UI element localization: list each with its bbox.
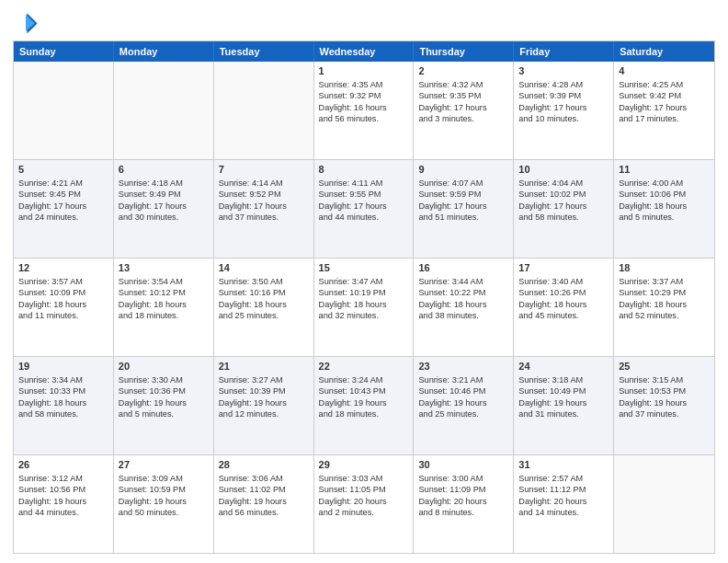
- day-number: 4: [619, 64, 710, 78]
- day-info: Sunrise: 3:15 AM Sunset: 10:53 PM Daylig…: [619, 375, 687, 419]
- table-row: 21Sunrise: 3:27 AM Sunset: 10:39 PM Dayl…: [214, 357, 314, 454]
- day-number: 1: [319, 64, 409, 78]
- table-row: 9Sunrise: 4:07 AM Sunset: 9:59 PM Daylig…: [414, 160, 514, 258]
- day-info: Sunrise: 3:06 AM Sunset: 11:02 PM Daylig…: [219, 474, 287, 517]
- day-number: 23: [418, 360, 508, 373]
- day-info: Sunrise: 3:03 AM Sunset: 11:05 PM Daylig…: [319, 474, 387, 517]
- day-number: 22: [319, 360, 409, 373]
- table-row: 15Sunrise: 3:47 AM Sunset: 10:19 PM Dayl…: [314, 259, 415, 356]
- day-number: 28: [219, 458, 309, 472]
- day-info: Sunrise: 3:12 AM Sunset: 10:56 PM Daylig…: [18, 474, 86, 517]
- table-row: 3Sunrise: 4:28 AM Sunset: 9:39 PM Daylig…: [514, 62, 614, 159]
- header-day-monday: Monday: [114, 41, 214, 62]
- calendar-week-5: 26Sunrise: 3:12 AM Sunset: 10:56 PM Dayl…: [14, 454, 714, 553]
- day-info: Sunrise: 4:32 AM Sunset: 9:35 PM Dayligh…: [418, 80, 486, 123]
- calendar-week-1: 1Sunrise: 4:35 AM Sunset: 9:32 PM Daylig…: [14, 62, 714, 159]
- table-row: 1Sunrise: 4:35 AM Sunset: 9:32 PM Daylig…: [314, 62, 415, 159]
- day-number: 16: [418, 261, 508, 275]
- day-info: Sunrise: 3:00 AM Sunset: 11:09 PM Daylig…: [418, 474, 486, 517]
- table-row: [614, 455, 714, 553]
- day-number: 6: [119, 163, 209, 177]
- day-number: 27: [119, 458, 209, 472]
- day-number: 31: [518, 458, 609, 472]
- day-number: 20: [119, 360, 209, 373]
- calendar: SundayMondayTuesdayWednesdayThursdayFrid…: [13, 40, 715, 554]
- day-info: Sunrise: 3:37 AM Sunset: 10:29 PM Daylig…: [619, 277, 687, 320]
- generalblue-logo-icon: [13, 9, 39, 35]
- day-info: Sunrise: 4:28 AM Sunset: 9:39 PM Dayligh…: [518, 80, 586, 123]
- day-info: Sunrise: 3:57 AM Sunset: 10:09 PM Daylig…: [18, 277, 86, 320]
- day-info: Sunrise: 3:27 AM Sunset: 10:39 PM Daylig…: [219, 375, 287, 419]
- day-info: Sunrise: 3:47 AM Sunset: 10:19 PM Daylig…: [319, 277, 387, 320]
- day-number: 24: [518, 360, 609, 373]
- table-row: [214, 62, 314, 159]
- table-row: 22Sunrise: 3:24 AM Sunset: 10:43 PM Dayl…: [314, 357, 415, 454]
- day-number: 26: [18, 458, 108, 472]
- table-row: 19Sunrise: 3:34 AM Sunset: 10:33 PM Dayl…: [14, 357, 114, 454]
- day-number: 11: [619, 163, 710, 177]
- day-number: 25: [619, 360, 710, 373]
- day-info: Sunrise: 4:25 AM Sunset: 9:42 PM Dayligh…: [619, 80, 687, 123]
- day-number: 19: [18, 360, 108, 373]
- table-row: 7Sunrise: 4:14 AM Sunset: 9:52 PM Daylig…: [214, 160, 314, 258]
- table-row: 26Sunrise: 3:12 AM Sunset: 10:56 PM Dayl…: [14, 455, 114, 553]
- day-info: Sunrise: 3:50 AM Sunset: 10:16 PM Daylig…: [219, 277, 287, 320]
- day-info: Sunrise: 4:14 AM Sunset: 9:52 PM Dayligh…: [219, 178, 287, 222]
- table-row: 27Sunrise: 3:09 AM Sunset: 10:59 PM Dayl…: [114, 455, 214, 553]
- logo: [13, 9, 42, 35]
- header-day-wednesday: Wednesday: [314, 41, 415, 62]
- table-row: 17Sunrise: 3:40 AM Sunset: 10:26 PM Dayl…: [514, 259, 614, 356]
- calendar-week-2: 5Sunrise: 4:21 AM Sunset: 9:45 PM Daylig…: [14, 159, 714, 258]
- day-info: Sunrise: 3:09 AM Sunset: 10:59 PM Daylig…: [119, 474, 187, 517]
- day-info: Sunrise: 2:57 AM Sunset: 11:12 PM Daylig…: [518, 474, 586, 517]
- day-info: Sunrise: 3:30 AM Sunset: 10:36 PM Daylig…: [119, 375, 187, 419]
- day-info: Sunrise: 4:11 AM Sunset: 9:55 PM Dayligh…: [319, 178, 387, 222]
- page: SundayMondayTuesdayWednesdayThursdayFrid…: [0, 0, 728, 563]
- day-number: 7: [219, 163, 309, 177]
- calendar-week-3: 12Sunrise: 3:57 AM Sunset: 10:09 PM Dayl…: [14, 258, 714, 356]
- day-number: 21: [219, 360, 309, 373]
- table-row: 10Sunrise: 4:04 AM Sunset: 10:02 PM Dayl…: [514, 160, 614, 258]
- calendar-week-4: 19Sunrise: 3:34 AM Sunset: 10:33 PM Dayl…: [14, 356, 714, 454]
- table-row: [114, 62, 214, 159]
- day-number: 30: [418, 458, 508, 472]
- day-info: Sunrise: 4:07 AM Sunset: 9:59 PM Dayligh…: [418, 178, 486, 222]
- day-number: 2: [418, 64, 508, 78]
- day-number: 12: [18, 261, 108, 275]
- table-row: 20Sunrise: 3:30 AM Sunset: 10:36 PM Dayl…: [114, 357, 214, 454]
- day-number: 18: [619, 261, 710, 275]
- day-number: 15: [319, 261, 409, 275]
- table-row: 14Sunrise: 3:50 AM Sunset: 10:16 PM Dayl…: [214, 259, 314, 356]
- table-row: 5Sunrise: 4:21 AM Sunset: 9:45 PM Daylig…: [14, 160, 114, 258]
- table-row: 16Sunrise: 3:44 AM Sunset: 10:22 PM Dayl…: [414, 259, 514, 356]
- table-row: 30Sunrise: 3:00 AM Sunset: 11:09 PM Dayl…: [414, 455, 514, 553]
- day-number: 17: [518, 261, 609, 275]
- header-day-sunday: Sunday: [14, 41, 114, 62]
- table-row: 11Sunrise: 4:00 AM Sunset: 10:06 PM Dayl…: [614, 160, 714, 258]
- table-row: 6Sunrise: 4:18 AM Sunset: 9:49 PM Daylig…: [114, 160, 214, 258]
- table-row: 13Sunrise: 3:54 AM Sunset: 10:12 PM Dayl…: [114, 259, 214, 356]
- header-day-friday: Friday: [514, 41, 614, 62]
- table-row: 29Sunrise: 3:03 AM Sunset: 11:05 PM Dayl…: [314, 455, 415, 553]
- day-number: 14: [219, 261, 309, 275]
- day-number: 8: [319, 163, 409, 177]
- day-info: Sunrise: 3:34 AM Sunset: 10:33 PM Daylig…: [18, 375, 86, 419]
- day-info: Sunrise: 4:00 AM Sunset: 10:06 PM Daylig…: [619, 178, 687, 222]
- day-info: Sunrise: 4:18 AM Sunset: 9:49 PM Dayligh…: [119, 178, 187, 222]
- table-row: 31Sunrise: 2:57 AM Sunset: 11:12 PM Dayl…: [514, 455, 614, 553]
- table-row: 4Sunrise: 4:25 AM Sunset: 9:42 PM Daylig…: [614, 62, 714, 159]
- day-info: Sunrise: 3:24 AM Sunset: 10:43 PM Daylig…: [319, 375, 387, 419]
- table-row: 23Sunrise: 3:21 AM Sunset: 10:46 PM Dayl…: [414, 357, 514, 454]
- day-info: Sunrise: 4:21 AM Sunset: 9:45 PM Dayligh…: [18, 178, 86, 222]
- table-row: [14, 62, 114, 159]
- day-number: 9: [418, 163, 508, 177]
- day-number: 29: [319, 458, 409, 472]
- day-number: 13: [119, 261, 209, 275]
- table-row: 8Sunrise: 4:11 AM Sunset: 9:55 PM Daylig…: [314, 160, 415, 258]
- day-info: Sunrise: 4:04 AM Sunset: 10:02 PM Daylig…: [518, 178, 586, 222]
- table-row: 12Sunrise: 3:57 AM Sunset: 10:09 PM Dayl…: [14, 259, 114, 356]
- table-row: 24Sunrise: 3:18 AM Sunset: 10:49 PM Dayl…: [514, 357, 614, 454]
- header-day-thursday: Thursday: [414, 41, 514, 62]
- day-number: 3: [518, 64, 609, 78]
- table-row: 18Sunrise: 3:37 AM Sunset: 10:29 PM Dayl…: [614, 259, 714, 356]
